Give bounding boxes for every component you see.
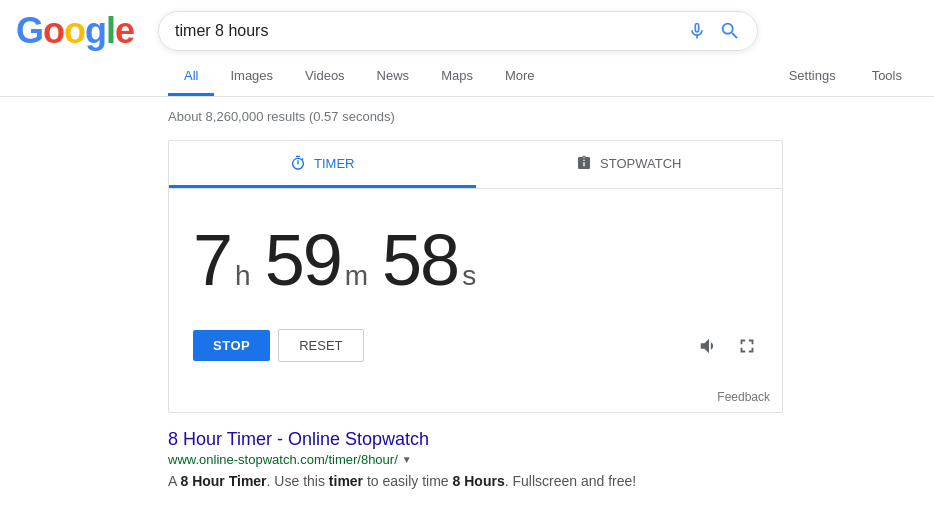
tab-more[interactable]: More xyxy=(489,58,551,96)
search-bar: timer 8 hours xyxy=(158,11,758,51)
dropdown-arrow-icon[interactable]: ▼ xyxy=(402,454,412,465)
results-info: About 8,260,000 results (0.57 seconds) xyxy=(0,97,934,132)
result-url: www.online-stopwatch.com/timer/8hour/ ▼ xyxy=(168,452,768,467)
snippet-bold-3: 8 Hours xyxy=(453,473,505,489)
tab-videos[interactable]: Videos xyxy=(289,58,361,96)
feedback-label: Feedback xyxy=(717,390,770,404)
widget-tab-timer[interactable]: TIMER xyxy=(169,141,476,188)
result-snippet: A 8 Hour Timer. Use this timer to easily… xyxy=(168,471,768,492)
widget-tab-stopwatch-label: STOPWATCH xyxy=(600,156,681,171)
timer-actions-right xyxy=(698,335,758,357)
timer-seconds-value: 58 xyxy=(382,219,458,301)
google-logo: Google xyxy=(16,10,134,52)
snippet-text-4: . Fullscreen and free! xyxy=(505,473,637,489)
reset-button[interactable]: RESET xyxy=(278,329,363,362)
widget-tab-timer-label: TIMER xyxy=(314,156,354,171)
snippet-text-3: to easily time xyxy=(363,473,452,489)
timer-controls: STOP RESET xyxy=(169,321,782,386)
search-icon[interactable] xyxy=(719,20,741,42)
search-icons xyxy=(687,20,741,42)
snippet-text-2: . Use this xyxy=(267,473,329,489)
stopwatch-icon xyxy=(576,155,592,171)
stop-button[interactable]: STOP xyxy=(193,330,270,361)
timer-hours-value: 7 xyxy=(193,219,231,301)
widget-tab-stopwatch[interactable]: STOPWATCH xyxy=(476,141,783,188)
tab-maps[interactable]: Maps xyxy=(425,58,489,96)
tools-link[interactable]: Tools xyxy=(856,58,918,96)
search-results: 8 Hour Timer - Online Stopwatch www.onli… xyxy=(168,429,768,492)
timer-hours-unit: h xyxy=(235,260,249,292)
timer-widget: TIMER STOPWATCH 7h 59m 58s STOP RESET xyxy=(168,140,783,413)
tab-all[interactable]: All xyxy=(168,58,214,96)
tab-news[interactable]: News xyxy=(361,58,426,96)
widget-tabs: TIMER STOPWATCH xyxy=(169,141,782,189)
feedback-row[interactable]: Feedback xyxy=(169,386,782,412)
snippet-bold-2: timer xyxy=(329,473,363,489)
nav-tabs: All Images Videos News Maps More Setting… xyxy=(0,58,934,97)
timer-icon xyxy=(290,155,306,171)
timer-time: 7h 59m 58s xyxy=(193,219,758,301)
timer-display: 7h 59m 58s xyxy=(169,189,782,321)
result-url-text: www.online-stopwatch.com/timer/8hour/ xyxy=(168,452,398,467)
snippet-bold-1: 8 Hour Timer xyxy=(180,473,266,489)
header: Google timer 8 hours xyxy=(0,0,934,52)
snippet-text-1: A xyxy=(168,473,180,489)
timer-minutes-unit: m xyxy=(345,260,366,292)
timer-seconds-unit: s xyxy=(462,260,474,292)
tab-images[interactable]: Images xyxy=(214,58,289,96)
result-title[interactable]: 8 Hour Timer - Online Stopwatch xyxy=(168,429,768,450)
microphone-icon[interactable] xyxy=(687,21,707,41)
timer-minutes-value: 59 xyxy=(265,219,341,301)
nav-right: Settings Tools xyxy=(773,58,934,96)
fullscreen-icon[interactable] xyxy=(736,335,758,357)
search-input[interactable]: timer 8 hours xyxy=(175,22,687,40)
volume-icon[interactable] xyxy=(698,335,720,357)
settings-link[interactable]: Settings xyxy=(773,58,852,96)
